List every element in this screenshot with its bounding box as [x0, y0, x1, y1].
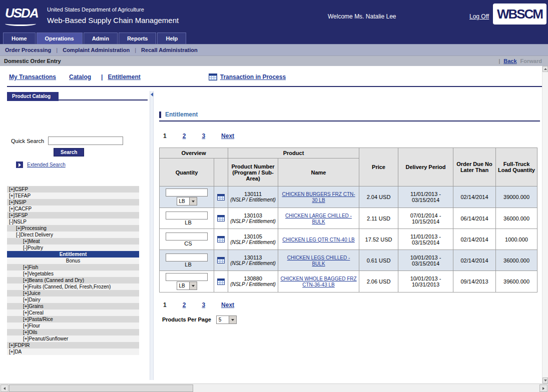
tree-item[interactable]: [+]Pasta/Rice — [7, 316, 139, 322]
search-button[interactable]: Search — [54, 148, 84, 156]
tree-item[interactable]: [+]Processing — [7, 225, 139, 232]
quantity-header: Quantity — [160, 158, 214, 186]
icon-column-header — [214, 158, 228, 186]
tree-item[interactable]: [+]Oils — [7, 329, 139, 336]
dropdown-arrow-icon[interactable] — [189, 282, 197, 290]
tree-item[interactable]: [-]Poultry — [7, 244, 139, 251]
tree-item[interactable]: [+]SFSP — [7, 212, 139, 218]
tree-item[interactable]: [+]Grains — [7, 303, 139, 310]
tree-item[interactable]: [-]Direct Delivery — [7, 232, 139, 238]
tree-item[interactable]: [+]Dairy — [7, 296, 139, 303]
app-header: USDA United States Department of Agricul… — [0, 0, 548, 31]
page-next[interactable]: Next — [221, 132, 234, 140]
page-link[interactable]: 3 — [202, 132, 205, 140]
page-link[interactable]: 2 — [183, 302, 186, 308]
product-row: CS130105(NSLP / Entitlement)CHICKEN LEG … — [160, 229, 537, 250]
products-per-page-select-value: 5 — [217, 316, 229, 324]
quantity-input[interactable] — [166, 232, 208, 240]
quantity-input[interactable] — [166, 254, 208, 262]
entitlement-link[interactable]: Entitlement — [108, 74, 140, 80]
subnav-item-order-processing[interactable]: Order Processing — [5, 47, 51, 53]
main-panel: Entitlement 123Next Overview Product Pri… — [159, 91, 540, 324]
tree-item[interactable]: [-]NSLP — [7, 218, 139, 225]
tab-bar: HomeOperationsAdminReportsHelp — [0, 31, 548, 44]
product-name-link[interactable]: CHICKEN LEG QTR CTN-40 LB — [282, 237, 354, 242]
product-detail-icon[interactable] — [217, 194, 225, 200]
my-transactions-link[interactable]: My Transactions — [9, 74, 56, 80]
product-name-link[interactable]: CHICKEN LEGS CHILLED - BULK — [287, 255, 350, 266]
panel-splitter[interactable] — [150, 91, 154, 380]
quantity-input[interactable] — [166, 188, 208, 196]
delivery-period-value: 10/01/2013 - 10/31/2013 — [398, 271, 453, 292]
tab-home[interactable]: Home — [3, 32, 36, 44]
subnav-item-complaint-administration[interactable]: Complaint Administration — [63, 47, 130, 53]
search-button-row: Search — [54, 147, 148, 156]
tree-item[interactable]: [+]Flour — [7, 322, 139, 329]
quantity-input[interactable] — [166, 212, 208, 220]
unit-select[interactable]: LB — [177, 197, 197, 206]
product-program: (NSLP / Entitlement) — [230, 240, 276, 246]
full-truck-qty-value: 1000.000 — [496, 229, 537, 250]
tree-item[interactable]: [+]Beans (Canned and Dry) — [7, 277, 139, 284]
product-name-link[interactable]: CHICKEN LARGE CHILLED - BULK — [285, 213, 352, 224]
tree-item[interactable]: [+]Cereal — [7, 310, 139, 316]
scroll-right-icon[interactable] — [539, 384, 547, 392]
back-link[interactable]: Back — [503, 58, 516, 64]
scroll-up-icon[interactable] — [542, 66, 548, 72]
pagination: 123Next — [159, 132, 540, 140]
horizontal-scrollbar[interactable] — [0, 384, 548, 392]
tree-item[interactable]: [+]Fish — [7, 264, 139, 270]
log-off-link[interactable]: Log Off — [469, 13, 489, 20]
tree-item[interactable]: [+]DA — [7, 348, 139, 355]
catalog-tree: [+]CSFP[+]TEFAP[+]NSIP[+]CACFP[+]SFSP[-]… — [7, 186, 139, 355]
tree-item[interactable]: [+]CSFP — [7, 186, 139, 192]
tree-item[interactable]: [+]NSIP — [7, 199, 139, 206]
tab-operations[interactable]: Operations — [37, 32, 83, 44]
tree-item[interactable]: [+]Juice — [7, 290, 139, 296]
expand-arrow-icon[interactable] — [16, 162, 23, 168]
dropdown-arrow-icon[interactable] — [229, 316, 236, 324]
tree-item[interactable]: [+]CACFP — [7, 206, 139, 212]
extended-search-link[interactable]: Extended Search — [27, 162, 66, 168]
page-next[interactable]: Next — [221, 302, 234, 308]
product-number: 130880 — [230, 276, 276, 282]
tab-reports[interactable]: Reports — [119, 32, 157, 44]
tree-item[interactable]: [+]FDPIR — [7, 342, 139, 348]
tree-item[interactable]: Bonus — [7, 258, 139, 264]
product-detail-icon[interactable] — [217, 257, 225, 264]
quick-search-label: Quick Search — [11, 138, 44, 144]
unit-select-value: LB — [177, 198, 189, 205]
tree-item[interactable]: [+]Peanut/Sunflower — [7, 336, 139, 342]
transaction-in-process-link[interactable]: Transaction in Process — [220, 74, 286, 80]
order-due-value: 02/14/2014 — [453, 186, 496, 208]
collapse-arrow-icon[interactable] — [151, 92, 153, 96]
tree-item[interactable]: Entitlement — [7, 251, 139, 258]
scroll-left-icon[interactable] — [1, 384, 9, 392]
tree-item[interactable]: [+]Meat — [7, 238, 139, 244]
product-detail-icon[interactable] — [217, 236, 225, 242]
unit-select[interactable]: LB — [177, 282, 197, 290]
product-detail-icon[interactable] — [217, 215, 225, 222]
product-detail-icon[interactable] — [217, 278, 225, 285]
product-table: Overview Product Price Delivery Period O… — [159, 148, 537, 292]
tree-item[interactable]: [+]Fruits (Canned, Dried, Fresh,Frozen) — [7, 284, 139, 290]
product-name-link[interactable]: CHICKEN WHOLE BAGGED FRZ CTN-36-43 LB — [280, 276, 356, 288]
scrollbar-thumb[interactable] — [9, 384, 193, 392]
vertical-scrollbar[interactable] — [542, 66, 548, 384]
tree-item[interactable]: [+]TEFAP — [7, 192, 139, 199]
tree-item[interactable]: [+]Vegetables — [7, 270, 139, 277]
products-per-page-select[interactable]: 5 — [216, 316, 237, 324]
full-truck-qty-value: 36000.000 — [496, 250, 537, 271]
product-name-link[interactable]: CHICKEN BURGERS FRZ CTN-30 LB — [282, 192, 355, 203]
up-triangle-icon — [544, 68, 547, 70]
quick-search-input[interactable] — [48, 136, 123, 145]
subnav-item-recall-administration[interactable]: Recall Administration — [141, 47, 198, 53]
dropdown-arrow-icon[interactable] — [189, 198, 197, 205]
scroll-down-icon[interactable] — [542, 378, 548, 384]
page-link[interactable]: 3 — [202, 302, 205, 308]
quantity-input[interactable] — [166, 273, 208, 281]
page-link[interactable]: 2 — [183, 132, 186, 140]
tab-help[interactable]: Help — [157, 32, 186, 44]
catalog-link[interactable]: Catalog — [69, 74, 91, 80]
tab-admin[interactable]: Admin — [84, 32, 118, 44]
